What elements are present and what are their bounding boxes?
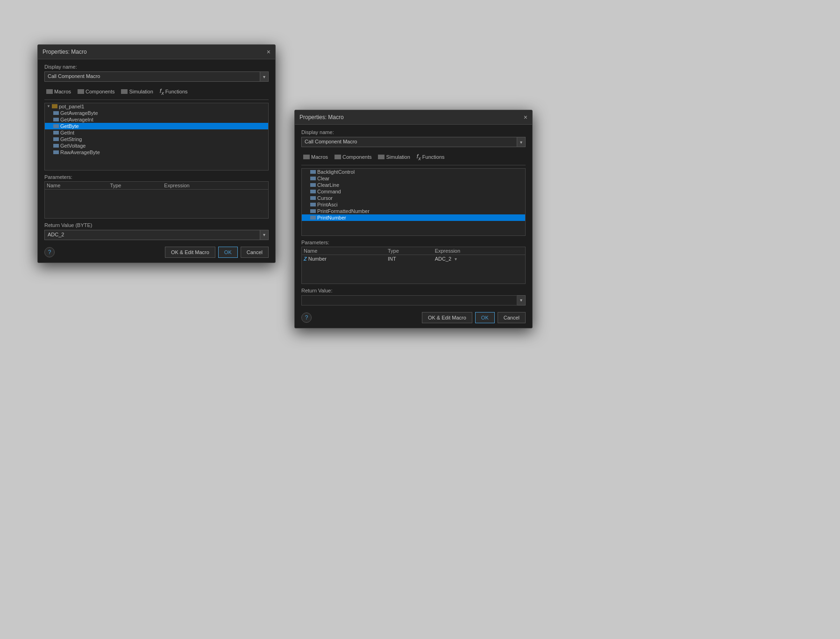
functions-fx-icon-2: fx [417,153,421,161]
params-col-type-1: Type [108,182,163,190]
dialog-2-displayname-row: Call Component Macro ▾ [301,137,526,147]
tree-label-backlightcontrol: BacklightControl [317,169,355,175]
tree-item-cursor[interactable]: Cursor [302,195,525,201]
tab-macros-2[interactable]: Macros [301,153,330,161]
tree-item-clearline[interactable]: ClearLine [302,182,525,188]
dialog-1-titlebar: Properties: Macro × [38,45,275,59]
dialog-1-title: Properties: Macro [43,49,87,55]
macro-icon-rawaveragebyte [53,150,59,154]
dialog-1-cancel-button[interactable]: Cancel [241,247,269,258]
simulation-icon-1 [121,89,128,94]
tree-label-pot_panel1: pot_panel1 [59,104,84,109]
dialog-1-displayname-row: Call Component Macro ▾ [44,71,269,82]
dialog-2: Properties: Macro × Display name: Call C… [294,110,533,328]
dialog-2-return-label: Return Value: [301,288,526,293]
tab-functions-1[interactable]: fx Functions [158,86,190,97]
dialog-1-params-area: Name Type Expression [44,181,269,219]
tree-item-getaverageint[interactable]: GetAverageInt [45,116,268,123]
dialog-1-displayname-arrow[interactable]: ▾ [260,71,269,82]
tree-item-command[interactable]: Command [302,188,525,195]
tree-item-rawaveragebyte[interactable]: RawAverageByte [45,149,268,156]
tree-label-getaverageint: GetAverageInt [60,117,93,122]
dialog-1-tabs: Macros Components Simulation fx Function… [44,86,269,100]
tree-item-printasci[interactable]: PrintAsci [302,201,525,208]
tree-item-getint[interactable]: GetInt [45,129,268,136]
dialog-1-body: Display name: Call Component Macro ▾ Mac… [38,59,275,263]
dialog-2-return-row: ▾ [301,295,526,305]
macro-icon-clearline [310,183,316,187]
dialog-2-buttons: ? OK & Edit Macro OK Cancel [301,309,526,323]
dialog-1-displayname-input[interactable]: Call Component Macro [44,71,260,82]
tab-components-1[interactable]: Components [76,88,116,95]
macro-icon-printformattednumber [310,209,316,213]
tab-functions-1-label: Functions [165,89,188,94]
dialog-2-return-arrow[interactable]: ▾ [517,295,526,305]
macro-icon-getint [53,131,59,135]
dialog-2-params-area: Name Type Expression Z Number INT ADC_2 [301,247,526,284]
functions-fx-icon-1: fx [160,87,164,96]
tree-label-command: Command [317,189,341,194]
tab-components-2[interactable]: Components [333,153,373,161]
tree-item-pot_panel1[interactable]: ▼ pot_panel1 [45,103,268,110]
dialog-1-ok-edit-button[interactable]: OK & Edit Macro [165,247,215,258]
dialog-1-buttons: ? OK & Edit Macro OK Cancel [44,244,269,258]
param-expr-arrow[interactable]: ▾ [455,256,457,262]
dialog-2-tree[interactable]: BacklightControl Clear ClearLine Command… [301,168,526,236]
tree-label-rawaveragebyte: RawAverageByte [60,149,100,155]
tree-item-getstring[interactable]: GetString [45,136,268,142]
dialog-2-cancel-button[interactable]: Cancel [498,312,526,323]
macro-icon-cursor [310,196,316,200]
tree-label-getstring: GetString [60,136,82,142]
dialog-2-close[interactable]: × [524,114,527,121]
tree-item-printnumber[interactable]: PrintNumber [302,214,525,221]
dialog-2-displayname-arrow[interactable]: ▾ [517,137,526,147]
dialog-2-tabs: Macros Components Simulation fx Function… [301,152,526,165]
dialog-2-displayname-label: Display name: [301,129,526,135]
params-col-name-1: Name [45,182,108,190]
dialog-1-ok-button[interactable]: OK [218,247,238,258]
dialog-1-return-section: Return Value (BYTE) ADC_2 ▾ [44,222,269,240]
dialog-1-close[interactable]: × [267,48,271,56]
tree-item-getbyte[interactable]: GetByte [45,123,268,129]
tab-macros-1-label: Macros [54,89,71,94]
macros-icon-2 [303,155,310,159]
dialog-1: Properties: Macro × Display name: Call C… [37,44,276,263]
macro-icon-printnumber [310,216,316,220]
tree-item-clear[interactable]: Clear [302,175,525,182]
folder-icon-1 [52,104,57,108]
tree-item-getvoltage[interactable]: GetVoltage [45,142,268,149]
tab-simulation-2[interactable]: Simulation [376,153,412,161]
macro-icon-getaverageint [53,118,59,121]
tree-label-printnumber: PrintNumber [317,215,346,220]
tab-components-2-label: Components [342,154,371,160]
tab-macros-1[interactable]: Macros [44,88,73,95]
tree-item-backlightcontrol[interactable]: BacklightControl [302,169,525,175]
macro-icon-clear [310,177,316,180]
params-col-expr-1: Expression [162,182,268,190]
dialog-1-return-input[interactable]: ADC_2 [44,230,260,240]
dialog-1-return-label: Return Value (BYTE) [44,222,269,228]
dialog-1-return-row: ADC_2 ▾ [44,230,269,240]
dialog-2-body: Display name: Call Component Macro ▾ Mac… [295,125,532,328]
tree-item-printformattednumber[interactable]: PrintFormattedNumber [302,208,525,214]
dialog-2-ok-edit-button[interactable]: OK & Edit Macro [422,312,472,323]
dialog-1-help-button[interactable]: ? [44,247,55,257]
tree-item-getaveragebyte[interactable]: GetAverageByte [45,110,268,116]
tab-simulation-1[interactable]: Simulation [119,88,155,95]
macro-icon-getaveragebyte [53,111,59,115]
simulation-icon-2 [378,155,384,159]
dialog-1-params-label: Parameters: [44,174,269,180]
dialog-2-displayname-input[interactable]: Call Component Macro [301,137,517,147]
dialog-1-displayname-label: Display name: [44,64,269,70]
components-icon-2 [335,155,341,159]
macro-icon-backlightcontrol [310,170,316,174]
dialog-1-return-arrow[interactable]: ▾ [260,230,269,240]
macro-icon-getvoltage [53,144,59,148]
dialog-2-help-button[interactable]: ? [301,312,312,323]
tree-label-getbyte: GetByte [60,123,79,129]
tab-functions-2[interactable]: fx Functions [415,152,447,162]
dialog-2-ok-button[interactable]: OK [475,312,495,323]
param-expr-adc2: ADC_2 [435,256,451,262]
dialog-1-tree[interactable]: ▼ pot_panel1 GetAverageByte GetAverageIn… [44,103,269,170]
tree-label-cursor: Cursor [317,195,333,201]
